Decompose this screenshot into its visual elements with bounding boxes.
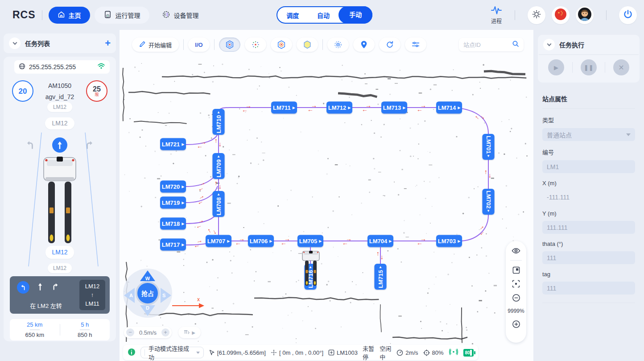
map-station[interactable]: LM721▶ (160, 138, 186, 150)
info-icon (128, 348, 136, 357)
search-icon[interactable] (512, 40, 519, 49)
trip-distance: 25 km (10, 321, 60, 328)
straight-icon (37, 282, 43, 293)
nav-run-management[interactable]: 运行管理 (95, 7, 149, 24)
station-direction-triangle: ▶ (348, 106, 351, 110)
map-station[interactable]: LM702▼ (483, 189, 495, 215)
play-task-button[interactable]: ▶ (548, 59, 564, 75)
gauge-icon (396, 349, 403, 356)
map-canvas[interactable]: →←→←→←→←→←→←→←→←→←→←→←→←→←→←→←→←→←→←→←→←… (120, 30, 533, 361)
map-toolbar: 开始编辑 I/O (132, 37, 524, 52)
map-station[interactable]: LM705▶ (297, 235, 323, 247)
collapse-chevron-button[interactable] (9, 37, 21, 49)
station-type-select[interactable]: 普通站点 (542, 128, 635, 141)
map-station[interactable]: LM707▶ (206, 235, 231, 247)
layer-stations-toggle[interactable] (219, 37, 240, 52)
lidar-toggle[interactable] (327, 37, 349, 52)
station-theta-field: thata (°) 111 (542, 241, 635, 264)
add-square-icon (328, 349, 334, 356)
refresh-button[interactable] (379, 37, 400, 52)
map-station[interactable]: LM714▶ (436, 102, 462, 114)
station-theta-input[interactable]: 111 (542, 251, 635, 264)
nav-home[interactable]: 主页 (49, 7, 90, 24)
cursor-position: [61.099m,-5.656m] (209, 349, 266, 356)
cancel-task-button[interactable]: ✕ (613, 59, 629, 75)
tab-auto[interactable]: 自动 (308, 11, 339, 20)
zoom-in-button[interactable] (512, 320, 520, 328)
filter-settings-button[interactable] (405, 37, 426, 52)
pause-state: 未暂停 (363, 344, 375, 361)
pause-task-button[interactable]: ❚❚ (581, 59, 597, 75)
map-station[interactable]: LM719▶ (160, 197, 186, 209)
task-list-panel: 任务列表 + 255.255.255.255 20 AM1050 agv_id_… (0, 30, 120, 361)
signal-icon (449, 349, 458, 357)
agv-ip-field[interactable]: 255.255.255.255 (14, 60, 110, 74)
turn-left-active-icon (17, 281, 29, 294)
collapse-chevron-button[interactable] (543, 39, 555, 50)
battery-indicator: 80 (463, 349, 474, 357)
zoom-out-button[interactable] (512, 294, 520, 302)
map-station[interactable]: LM717▶ (160, 239, 186, 251)
theme-toggle-button[interactable] (528, 6, 545, 24)
layer-zones-toggle[interactable] (271, 37, 292, 52)
radar-dotted-circle-icon (333, 40, 343, 50)
visibility-button[interactable] (512, 247, 520, 254)
map-station[interactable]: ▲LM715 (375, 264, 387, 290)
pencil-icon (139, 41, 146, 49)
start-edit-button[interactable]: 开始编辑 (132, 37, 179, 52)
map-pin-icon (359, 40, 368, 49)
speed-decrease-button[interactable]: − (126, 328, 134, 336)
user-avatar[interactable] (576, 6, 594, 24)
language-flag-button[interactable] (552, 6, 570, 24)
map-station[interactable]: LM711▶ (271, 102, 297, 114)
current-station: LM1003 (328, 349, 358, 356)
map-station[interactable]: LM706▶ (248, 235, 274, 247)
divider (510, 260, 522, 261)
station-search-input[interactable] (463, 41, 508, 48)
divider (322, 39, 323, 50)
fork-icon (184, 330, 190, 336)
nav-device-management[interactable]: 设备管理 (153, 7, 208, 24)
map-station[interactable]: LM712▶ (326, 102, 352, 114)
map-view-toolbar: 9999% (506, 241, 526, 343)
station-tag: LM12 (47, 102, 72, 112)
map-station[interactable]: ▲LM709 (213, 153, 225, 179)
map-station[interactable]: LM704▶ (367, 235, 393, 247)
map-station[interactable]: LM703▶ (436, 235, 462, 247)
task-execution-card: 任务执行 ▶ ❚❚ ✕ (538, 35, 640, 83)
tab-manual[interactable]: 手动 (339, 6, 372, 24)
station-code-input[interactable]: LM1 (542, 160, 635, 173)
seize-control-button[interactable]: 抢占 (136, 281, 160, 305)
tab-dispatch[interactable]: 调度 (277, 11, 308, 20)
target-icon (423, 349, 430, 356)
station-code-field: 编号 LM1 (542, 148, 635, 173)
locate-toggle[interactable] (353, 37, 375, 52)
power-button[interactable] (619, 6, 637, 24)
station-tag-input[interactable]: 111 (542, 282, 635, 295)
task-execution-panel: 任务执行 ▶ ❚❚ ✕ 站点属性 类型 普通站点 编号 LM1 X (m) -1… (533, 30, 644, 361)
minimap-button[interactable] (512, 266, 520, 274)
center-focus-button[interactable] (512, 280, 520, 288)
station-y-input[interactable]: 111.111 (542, 221, 635, 234)
map-station[interactable]: LM713▶ (381, 102, 407, 114)
station-y-field: Y (m) 111.111 (542, 210, 635, 234)
speed-increase-button[interactable]: + (161, 328, 169, 336)
crosshair-icon (271, 349, 277, 356)
map-station[interactable]: LM701▼ (483, 134, 495, 160)
station-direction-triangle: ▶ (182, 243, 184, 247)
map-station[interactable]: LM720▶ (160, 181, 186, 193)
io-button[interactable]: I/O (188, 37, 210, 52)
add-task-button[interactable]: + (105, 37, 111, 49)
layer-area-toggle[interactable] (297, 37, 318, 52)
play-glyph: ▶ (192, 330, 195, 335)
layer-pointcloud-toggle[interactable] (245, 37, 266, 52)
execution-controls: ▶ ❚❚ ✕ (538, 55, 640, 80)
process-button[interactable]: 进程 (491, 5, 502, 25)
station-direction-triangle: ▼ (487, 154, 490, 158)
fork-control-button[interactable]: ▶ (178, 327, 201, 338)
map-station[interactable]: ▲LM708 (213, 191, 225, 217)
map-station[interactable]: LM718▶ (160, 218, 186, 230)
status-message-select[interactable]: 手动模式连接成功 (140, 347, 204, 358)
station-direction-triangle: ▶ (319, 239, 322, 243)
map-station[interactable]: ▲LM710 (213, 109, 225, 135)
